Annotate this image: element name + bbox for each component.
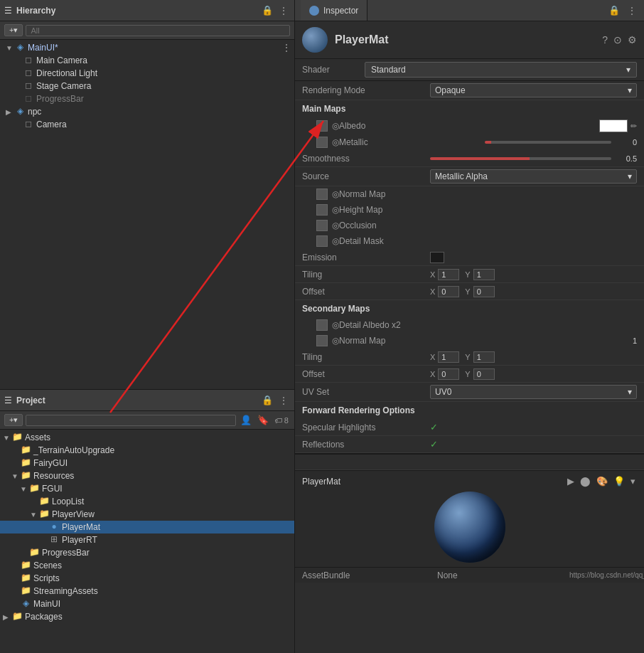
uv-set-text: UV0 xyxy=(435,387,451,397)
tree-item-main-camera[interactable]: ◻ Main Camera xyxy=(0,54,294,67)
tree-item-camera[interactable]: ◻ Camera xyxy=(0,118,294,131)
tree-item-fgui[interactable]: ▼ 📁 FGUI xyxy=(0,482,294,495)
terrain-label: _TerrainAutoUpgrade xyxy=(33,445,114,455)
sec-normal-map-thumb[interactable] xyxy=(316,335,328,346)
reflections-value: ✓ xyxy=(430,439,637,450)
resources-icon: 📁 xyxy=(20,470,31,482)
occlusion-thumb[interactable] xyxy=(316,220,328,231)
preview-light-icon[interactable]: 💡 xyxy=(612,475,626,487)
preview-chevron-icon[interactable]: ▾ xyxy=(629,475,637,487)
mainui-asset-label: MainUI xyxy=(33,599,60,609)
lock-icon[interactable]: 🔒 xyxy=(260,4,274,16)
settings-icon[interactable]: ⚙ xyxy=(628,34,637,46)
tiling-x-value[interactable]: 1 xyxy=(438,269,459,280)
project-lock-icon[interactable]: 🔒 xyxy=(260,394,274,406)
add-project-button[interactable]: +▾ xyxy=(4,414,23,426)
tree-item-mainui-asset[interactable]: ◈ MainUI xyxy=(0,598,294,610)
collapsed-section-row xyxy=(295,453,644,470)
preview-sphere-icon[interactable]: ⬤ xyxy=(579,475,592,487)
tree-item-terrain[interactable]: 📁 _TerrainAutoUpgrade xyxy=(0,444,294,457)
rendering-mode-dropdown[interactable]: Opaque ▾ xyxy=(430,83,637,97)
tree-item-playerrt[interactable]: ⊞ PlayerRT xyxy=(0,533,294,546)
reflections-check-icon[interactable]: ✓ xyxy=(430,439,438,450)
inspector-lock-icon[interactable]: 🔒 xyxy=(607,4,621,16)
tree-item-playermat[interactable]: ● PlayerMat xyxy=(0,521,294,533)
project-more-icon[interactable]: ⋮ xyxy=(277,394,290,407)
rendering-mode-chevron-icon: ▾ xyxy=(628,85,632,95)
tree-item-fairygui[interactable]: 📁 FairyGUI xyxy=(0,457,294,469)
tree-item-scripts[interactable]: 📁 Scripts xyxy=(0,572,294,585)
hierarchy-search-input[interactable] xyxy=(26,25,290,36)
offset-y-value[interactable]: 0 xyxy=(473,286,495,297)
tiling-sec-x-value[interactable]: 1 xyxy=(438,351,459,363)
project-tree: ▼ 📁 Assets 📁 _TerrainAutoUpgrade 📁 Fair xyxy=(0,430,294,653)
inspector-header: Inspector 🔒 ⋮ xyxy=(295,0,644,21)
tree-item-assets[interactable]: ▼ 📁 Assets xyxy=(0,431,294,444)
preview-play-icon[interactable]: ▶ xyxy=(566,475,576,487)
tree-item-streaming[interactable]: 📁 StreamingAssets xyxy=(0,585,294,598)
project-person-icon[interactable]: 👤 xyxy=(239,414,253,426)
shader-dropdown[interactable]: Standard ▾ xyxy=(365,62,637,78)
smoothness-slider[interactable]: 0.5 xyxy=(430,154,637,163)
albedo-color-swatch[interactable] xyxy=(599,120,628,132)
inspector-tab[interactable]: Inspector xyxy=(301,0,367,21)
tiling-y-value[interactable]: 1 xyxy=(473,269,495,280)
tiling-sec-y-value[interactable]: 1 xyxy=(473,351,495,363)
height-map-label: ◎Height Map xyxy=(332,205,637,215)
albedo-picker-icon[interactable]: ✏ xyxy=(630,122,637,131)
dir-light-label: Directional Light xyxy=(36,68,97,78)
camera-label: Camera xyxy=(36,120,67,129)
source-dropdown[interactable]: Metallic Alpha ▾ xyxy=(430,169,637,184)
project-search-input[interactable] xyxy=(26,415,235,426)
reflections-label: Reflections xyxy=(302,440,430,450)
offset-sec-x-value[interactable]: 0 xyxy=(438,368,459,380)
material-preview-sphere-small xyxy=(302,27,328,53)
tiling-x-label: X xyxy=(430,270,435,279)
metallic-thumb[interactable] xyxy=(316,137,328,148)
tree-item-playerview[interactable]: ▼ 📁 PlayerView xyxy=(0,508,294,521)
detail-mask-thumb[interactable] xyxy=(316,235,328,247)
metallic-slider[interactable]: 0 xyxy=(485,138,638,147)
help-icon[interactable]: ? xyxy=(602,34,608,46)
offset-sec-x-label: X xyxy=(430,370,435,378)
offset-secondary-label: Offset xyxy=(302,369,430,379)
specular-check-icon[interactable]: ✓ xyxy=(430,422,438,432)
detail-albedo-thumb[interactable] xyxy=(316,319,328,331)
uv-set-dropdown[interactable]: UV0 ▾ xyxy=(430,385,637,399)
offset-sec-y-value[interactable]: 0 xyxy=(473,368,495,380)
offset-x-value[interactable]: 0 xyxy=(438,286,459,297)
detail-mask-label: ◎Detail Mask xyxy=(332,236,637,246)
tree-item-stage-camera[interactable]: ◻ Stage Camera xyxy=(0,80,294,92)
tree-item-progressbar2[interactable]: 📁 ProgressBar xyxy=(0,546,294,559)
tree-item-scenes[interactable]: 📁 Scenes xyxy=(0,559,294,572)
offset-x-field: X 0 xyxy=(430,286,459,297)
more-icon[interactable]: ⋮ xyxy=(277,4,290,17)
inspector-more-icon[interactable]: ⋮ xyxy=(626,4,638,17)
playerview-icon: 📁 xyxy=(38,509,50,520)
tree-item-mainui[interactable]: ▼ ◈ MainUI* ⋮ xyxy=(0,41,294,54)
tree-item-progressbar[interactable]: ◻ ProgressBar xyxy=(0,92,294,105)
project-bookmark-icon[interactable]: 🔖 xyxy=(256,414,270,426)
scripts-icon: 📁 xyxy=(20,573,31,584)
project-tag-icon[interactable]: 🏷 8 xyxy=(273,415,290,425)
mainui-more-icon[interactable]: ⋮ xyxy=(281,42,291,53)
albedo-thumb[interactable] xyxy=(316,120,328,132)
normal-map-thumb[interactable] xyxy=(316,189,328,200)
metallic-value: 0 xyxy=(616,138,637,147)
height-map-thumb[interactable] xyxy=(316,204,328,216)
hamburger-icon[interactable]: ☰ xyxy=(4,6,12,16)
project-hamburger-icon[interactable]: ☰ xyxy=(4,395,12,405)
tree-item-resources[interactable]: ▼ 📁 Resources xyxy=(0,469,294,482)
emission-swatch[interactable] xyxy=(430,252,444,263)
normal-map-row: ◎Normal Map xyxy=(295,186,644,202)
add-hierarchy-button[interactable]: +▾ xyxy=(4,24,23,36)
npc-label: npc xyxy=(28,107,41,117)
tree-item-dir-light[interactable]: ◻ Directional Light xyxy=(0,67,294,80)
project-header: ☰ Project 🔒 ⋮ xyxy=(0,390,294,411)
height-map-row: ◎Height Map xyxy=(295,202,644,218)
preview-color-icon[interactable]: 🎨 xyxy=(595,475,609,487)
tree-item-packages[interactable]: ▶ 📁 Packages xyxy=(0,610,294,623)
select-icon[interactable]: ⊙ xyxy=(613,34,622,46)
tree-item-looplist[interactable]: 📁 LoopList xyxy=(0,495,294,508)
tree-item-npc[interactable]: ▶ ◈ npc xyxy=(0,105,294,118)
